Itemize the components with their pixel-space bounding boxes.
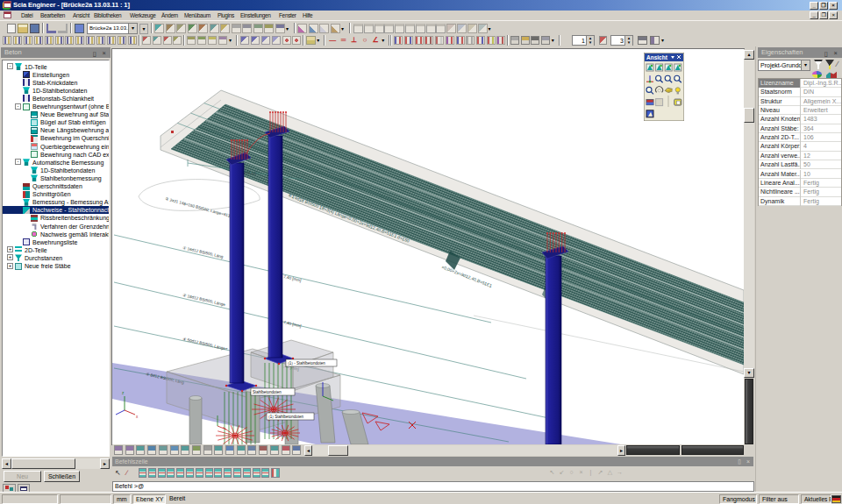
svg-text:Ansicht: Ansicht bbox=[646, 54, 668, 60]
svg-text:Stahlbetondoten: Stahlbetondoten bbox=[253, 390, 282, 394]
svg-text:7,40 [mm]: 7,40 [mm] bbox=[283, 274, 302, 282]
svg-text:④ 50d12 BSt500, Länge=: ④ 50d12 BSt500, Länge= bbox=[182, 337, 229, 351]
svg-text:② 2x21 148=150 BSt500, Länge=6: ② 2x21 148=150 BSt500, Länge=6136,52 bbox=[165, 196, 239, 220]
svg-text:⟨1⟩ Stahlbetondoten: ⟨1⟩ Stahlbetondoten bbox=[268, 415, 304, 419]
svg-text:7,40 [mm]: 7,40 [mm] bbox=[283, 320, 302, 328]
svg-text:⟨1⟩ - Stahlbetondoten: ⟨1⟩ - Stahlbetondoten bbox=[288, 361, 325, 366]
svg-text:x: x bbox=[136, 415, 139, 419]
